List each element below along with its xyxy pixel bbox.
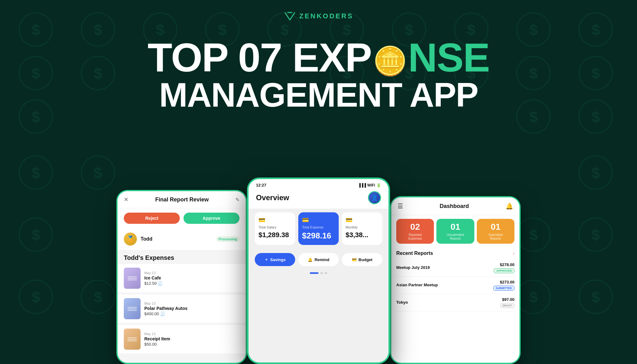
bg-dollar-29: $ xyxy=(516,280,551,314)
expense-amount-1: $12.50 🧾 xyxy=(144,281,239,286)
budget-button[interactable]: 💳 Budget xyxy=(342,253,382,266)
coin-emoji: 🪙 xyxy=(373,47,407,75)
stat-card-submitted: 01 SubmittedReports xyxy=(477,219,514,244)
reported-num: 02 xyxy=(410,222,420,232)
battery-icon: 🔋 xyxy=(376,183,381,187)
overview-header: Overview 👤 xyxy=(249,189,388,209)
report-amount-3: $97.00 xyxy=(502,297,514,302)
expense-name-1: Ice Cafe xyxy=(144,275,239,280)
bg-dollar-19: $ xyxy=(516,99,551,134)
expense-item-1: May 13 Ice Cafe $12.50 🧾 xyxy=(118,264,246,293)
bg-dollar-16: $ xyxy=(516,56,551,90)
expense-name-3: Receipt Item xyxy=(144,336,239,341)
phone-right: ☰ Dashboard 🔔 02 ReportedExpenses 01 Uns… xyxy=(390,196,521,364)
expense-label: Total Expense xyxy=(302,225,335,229)
bg-dollar-26: $ xyxy=(579,280,613,314)
bg-dollar-10: $ xyxy=(579,12,613,47)
report-badge-3: DRAFT xyxy=(500,303,515,308)
report-item-3: Tokyo $97.00 DRAFT xyxy=(396,294,514,311)
recent-reports-section: Recent Reports › Meetup July 2019 $278.0… xyxy=(391,247,519,315)
salary-icon: 💳 xyxy=(258,217,291,223)
edit-icon[interactable]: ✎ xyxy=(235,197,239,203)
report-amount-2: $273.00 xyxy=(500,280,514,284)
expense-thumbnail-1 xyxy=(124,268,141,289)
dot-2 xyxy=(320,272,323,274)
plus-icon: ＋ xyxy=(264,257,268,262)
bg-dollar-2: $ xyxy=(81,12,115,47)
time-display: 12:27 xyxy=(256,183,266,187)
unsubmitted-num: 01 xyxy=(450,222,460,232)
report-title: Final Report Review xyxy=(155,196,209,203)
savings-button[interactable]: ＋ Savings xyxy=(255,253,295,266)
bg-dollar-17: $ xyxy=(579,56,613,90)
status-badge: Processing xyxy=(216,236,239,242)
expense-info-2: May 13 Polar Pathway Autos $400.00 🧾 xyxy=(144,302,239,316)
signal-icon: ▐▐▐ xyxy=(358,183,366,187)
approve-button[interactable]: Approve xyxy=(184,213,239,224)
report-badge-1: APPROVED xyxy=(494,268,514,273)
report-name-3: Tokyo xyxy=(396,300,408,305)
reject-button[interactable]: Reject xyxy=(124,213,180,224)
expense-thumbnail-2 xyxy=(124,298,141,319)
monthly-value: $3,38... xyxy=(346,231,379,239)
expense-thumbnail-3 xyxy=(124,329,141,350)
budget-icon: 💳 xyxy=(352,257,357,262)
hamburger-icon[interactable]: ☰ xyxy=(398,202,403,210)
headline-line1: TOP 07 EXP🪙NSE xyxy=(148,37,490,78)
monthly-label: Monthly xyxy=(346,225,379,229)
expense-icon: 💳 xyxy=(302,217,335,223)
receipt-icon-1: 🧾 xyxy=(158,281,163,286)
expenses-section-title: Todd's Expenses xyxy=(118,250,246,264)
notification-bell-icon[interactable]: 🔔 xyxy=(505,202,513,210)
brand-logo-icon xyxy=(284,10,296,22)
remind-button[interactable]: 🔔 Remind xyxy=(298,253,339,266)
expense-info-1: May 13 Ice Cafe $12.50 🧾 xyxy=(144,271,239,286)
dot-active xyxy=(310,272,318,274)
expense-name-2: Polar Pathway Autos xyxy=(144,306,239,311)
salary-value: $1,289.38 xyxy=(258,231,291,239)
expense-info-3: May 13 Receipt Item $50.00 xyxy=(144,332,239,347)
bg-dollar-25: $ xyxy=(19,280,53,314)
report-item-left-3: Tokyo xyxy=(396,300,408,305)
bg-dollar-11: $ xyxy=(19,56,53,90)
report-item-2: Asian Partner Meetup $273.00 SUBMITTED xyxy=(396,277,514,294)
action-buttons-row: Reject Approve xyxy=(118,208,246,228)
recent-reports-title: Recent Reports xyxy=(396,251,433,256)
submitted-num: 01 xyxy=(491,222,500,232)
report-item-right-3: $97.00 DRAFT xyxy=(500,297,515,308)
expense-amount-2: $400.00 🧾 xyxy=(144,311,239,316)
budget-label: Budget xyxy=(359,257,373,262)
main-headline: TOP 07 EXP🪙NSE MANAGEMENT APP xyxy=(148,37,490,112)
salary-label: Total Salary xyxy=(258,225,291,229)
stat-card-monthly: 💳 Monthly $3,38... xyxy=(342,212,382,245)
close-icon[interactable]: ✕ xyxy=(124,196,128,203)
expense-item-3: May 13 Receipt Item $50.00 xyxy=(118,325,246,353)
user-row: 🏅 Todd Processing xyxy=(118,228,246,250)
headline-line2: MANAGEMENT APP xyxy=(148,78,490,112)
left-phone-header: ✕ Final Report Review ✎ xyxy=(118,191,246,208)
report-item-left-2: Asian Partner Meetup xyxy=(396,283,438,288)
savings-label: Savings xyxy=(270,257,286,262)
expense-date-2: May 13 xyxy=(144,302,239,305)
page-dots xyxy=(249,266,388,277)
expense-amount-3: $50.00 xyxy=(144,342,239,347)
stat-card-expense: 💳 Total Expense $298.16 xyxy=(298,212,339,245)
bg-dollar-27: $ xyxy=(81,155,115,190)
report-item-1: Meetup July 2019 $278.00 APPROVED xyxy=(396,259,514,277)
submitted-label: SubmittedReports xyxy=(489,233,503,241)
bg-dollar-24: $ xyxy=(579,218,613,252)
bg-dollar-23: $ xyxy=(19,218,53,252)
phones-container: ✕ Final Report Review ✎ Reject Approve 🏅… xyxy=(116,171,521,364)
chevron-right-icon[interactable]: › xyxy=(513,251,514,256)
bg-dollar-12: $ xyxy=(81,56,115,90)
expense-date-3: May 13 xyxy=(144,332,239,336)
phone-center: 12:27 ▐▐▐ WiFi 🔋 Overview 👤 💳 Total Sala… xyxy=(247,177,390,364)
headline-top-prefix: TOP 07 EXP xyxy=(148,35,372,80)
reported-label: ReportedExpenses xyxy=(408,233,422,241)
bg-dollar-9: $ xyxy=(516,12,551,47)
unsubmitted-label: UnsubmittedReports xyxy=(447,233,464,241)
bg-dollar-18: $ xyxy=(19,99,53,134)
user-avatar-center[interactable]: 👤 xyxy=(368,191,381,204)
overview-label: Overview xyxy=(256,193,289,202)
recent-title-row: Recent Reports › xyxy=(396,251,514,256)
